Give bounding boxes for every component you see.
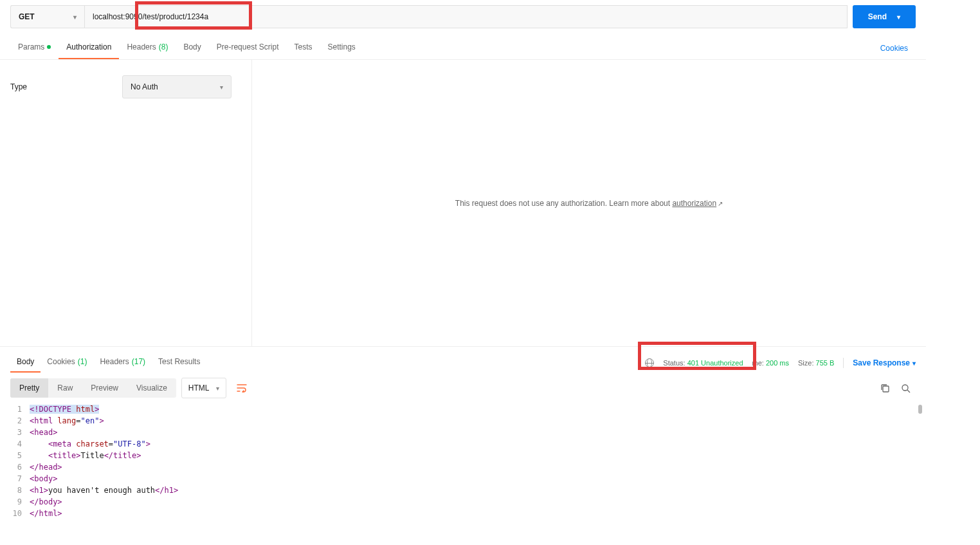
line-content[interactable]: </head> xyxy=(30,461,62,473)
auth-type-select[interactable]: No Auth ▾ xyxy=(122,75,231,98)
size-label: Size: xyxy=(798,359,813,367)
response-meta: Status: 401 Unauthorized me: 200 ms Size… xyxy=(645,358,916,368)
tab-params[interactable]: Params xyxy=(10,37,59,59)
line-content[interactable]: </body> xyxy=(30,496,62,508)
send-button-label: Send xyxy=(868,12,887,21)
auth-type-value: No Auth xyxy=(131,82,158,91)
view-mode-segment: Pretty Raw Preview Visualize xyxy=(10,378,176,398)
divider xyxy=(843,358,844,368)
format-select[interactable]: HTML ▾ xyxy=(181,378,226,398)
tab-label: Params xyxy=(18,42,44,51)
view-pretty-button[interactable]: Pretty xyxy=(10,378,48,398)
response-body-code[interactable]: 1<!DOCTYPE html>2<html lang="en">3<head>… xyxy=(0,403,926,530)
auth-empty-message: This request does not use any authorizat… xyxy=(252,60,926,346)
code-line[interactable]: 1<!DOCTYPE html> xyxy=(10,403,916,415)
response-tab-test-results[interactable]: Test Results xyxy=(152,353,206,373)
authorization-panel: Type No Auth ▾ This request does not use… xyxy=(0,60,926,346)
tab-settings[interactable]: Settings xyxy=(320,37,363,59)
auth-learn-more-text: Learn more about xyxy=(609,199,672,208)
view-raw-button[interactable]: Raw xyxy=(48,378,82,398)
url-input[interactable] xyxy=(84,5,848,28)
line-number: 8 xyxy=(10,485,30,496)
tab-prerequest[interactable]: Pre-request Script xyxy=(209,37,287,59)
tab-count: (8) xyxy=(159,42,168,51)
tab-label: Pre-request Script xyxy=(217,42,279,51)
line-number: 9 xyxy=(10,496,30,508)
response-tab-body[interactable]: Body xyxy=(10,353,41,373)
view-preview-button[interactable]: Preview xyxy=(82,378,127,398)
send-button[interactable]: Send ▾ xyxy=(853,5,916,28)
tab-headers[interactable]: Headers (8) xyxy=(119,37,176,59)
line-content[interactable]: <body> xyxy=(30,473,57,485)
tab-label: Body xyxy=(17,357,34,366)
code-line[interactable]: 6</head> xyxy=(10,461,916,473)
line-number: 7 xyxy=(10,473,30,485)
scrollbar-thumb[interactable] xyxy=(918,405,922,414)
method-value: GET xyxy=(19,12,35,21)
code-line[interactable]: 2<html lang="en"> xyxy=(10,415,916,427)
code-line[interactable]: 3<head> xyxy=(10,427,916,438)
line-content[interactable]: </html> xyxy=(30,508,62,519)
line-content[interactable]: <!DOCTYPE html> xyxy=(30,403,99,415)
tab-body[interactable]: Body xyxy=(176,37,208,59)
time-label: me: xyxy=(752,359,764,367)
line-number: 5 xyxy=(10,450,30,461)
code-line[interactable]: 9</body> xyxy=(10,496,916,508)
svg-point-1 xyxy=(902,385,908,391)
authorization-docs-link[interactable]: authorization xyxy=(672,199,716,208)
time-value: 200 ms xyxy=(766,359,789,367)
line-number: 3 xyxy=(10,427,30,438)
auth-left-pane: Type No Auth ▾ xyxy=(0,60,252,346)
search-icon[interactable] xyxy=(895,378,916,398)
auth-empty-text: This request does not use any authorizat… xyxy=(455,199,609,208)
cookies-link[interactable]: Cookies xyxy=(873,39,916,58)
line-content[interactable]: <head> xyxy=(30,427,57,438)
code-line[interactable]: 10</html> xyxy=(10,508,916,519)
line-number: 2 xyxy=(10,415,30,427)
tab-count: (1) xyxy=(78,357,87,366)
response-view-bar: Pretty Raw Preview Visualize HTML ▾ xyxy=(0,373,926,403)
line-content[interactable]: <meta charset="UTF-8"> xyxy=(30,438,150,450)
tab-label: Body xyxy=(183,42,201,51)
response-tab-headers[interactable]: Headers (17) xyxy=(93,353,152,373)
request-tabs: Params Authorization Headers (8) Body Pr… xyxy=(0,37,926,60)
modified-dot-icon xyxy=(47,45,51,49)
code-line[interactable]: 8<h1>you haven't enough auth</h1> xyxy=(10,485,916,496)
tab-label: Authorization xyxy=(66,42,111,51)
response-bar: Body Cookies (1) Headers (17) Test Resul… xyxy=(0,346,926,373)
external-link-icon: ↗ xyxy=(718,200,723,207)
tab-label: Headers xyxy=(127,42,156,51)
line-content[interactable]: <title>Title</title> xyxy=(30,450,141,461)
wrap-lines-button[interactable] xyxy=(231,378,252,398)
save-response-label: Save Response xyxy=(853,358,910,367)
format-value: HTML xyxy=(188,383,210,393)
tab-label: Headers xyxy=(100,357,129,366)
chevron-down-icon: ▾ xyxy=(220,84,223,91)
tab-count: (17) xyxy=(132,357,145,366)
code-line[interactable]: 7<body> xyxy=(10,473,916,485)
line-content[interactable]: <html lang="en"> xyxy=(30,415,104,427)
line-content[interactable]: <h1>you haven't enough auth</h1> xyxy=(30,485,178,496)
code-line[interactable]: 5 <title>Title</title> xyxy=(10,450,916,461)
line-number: 6 xyxy=(10,461,30,473)
tab-authorization[interactable]: Authorization xyxy=(59,37,119,59)
method-select[interactable]: GET ▾ xyxy=(10,5,84,28)
status-value: 401 Unauthorized xyxy=(687,359,743,367)
status-label: Status: xyxy=(663,359,685,367)
copy-icon[interactable] xyxy=(875,378,895,398)
chevron-down-icon: ▾ xyxy=(912,360,916,367)
line-number: 10 xyxy=(10,508,30,519)
tab-label: Tests xyxy=(294,42,312,51)
globe-icon[interactable] xyxy=(645,358,654,367)
view-visualize-button[interactable]: Visualize xyxy=(127,378,176,398)
tab-label: Settings xyxy=(328,42,356,51)
code-line[interactable]: 4 <meta charset="UTF-8"> xyxy=(10,438,916,450)
chevron-down-icon: ▾ xyxy=(216,385,219,392)
svg-rect-0 xyxy=(883,386,889,392)
size-value: 755 B xyxy=(816,359,835,367)
line-number: 1 xyxy=(10,403,30,415)
response-tab-cookies[interactable]: Cookies (1) xyxy=(41,353,93,373)
chevron-down-icon: ▾ xyxy=(897,14,900,21)
save-response-button[interactable]: Save Response ▾ xyxy=(853,358,916,367)
tab-tests[interactable]: Tests xyxy=(286,37,320,59)
